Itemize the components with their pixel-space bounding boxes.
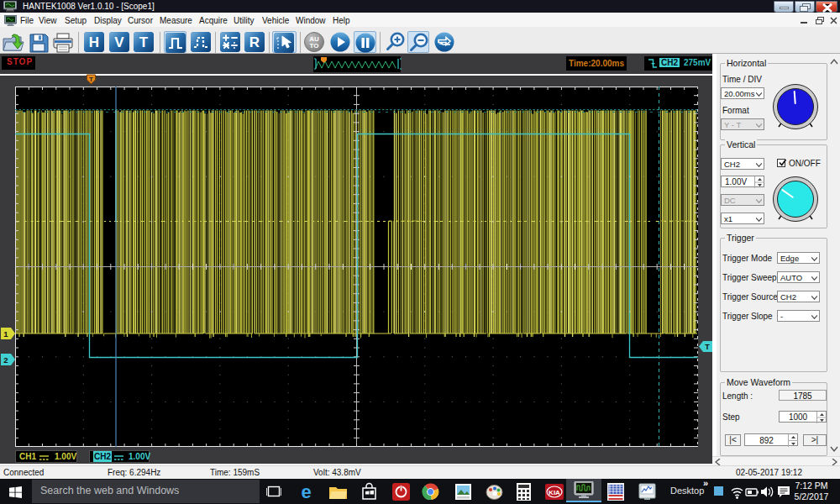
- svg-text:KIA: KIA: [549, 489, 560, 496]
- svg-text:1: 1: [3, 329, 8, 339]
- svg-text:2: 2: [3, 355, 8, 365]
- svg-text:e: e: [301, 482, 311, 501]
- svg-text:T: T: [89, 76, 93, 83]
- svg-text:T: T: [705, 343, 710, 351]
